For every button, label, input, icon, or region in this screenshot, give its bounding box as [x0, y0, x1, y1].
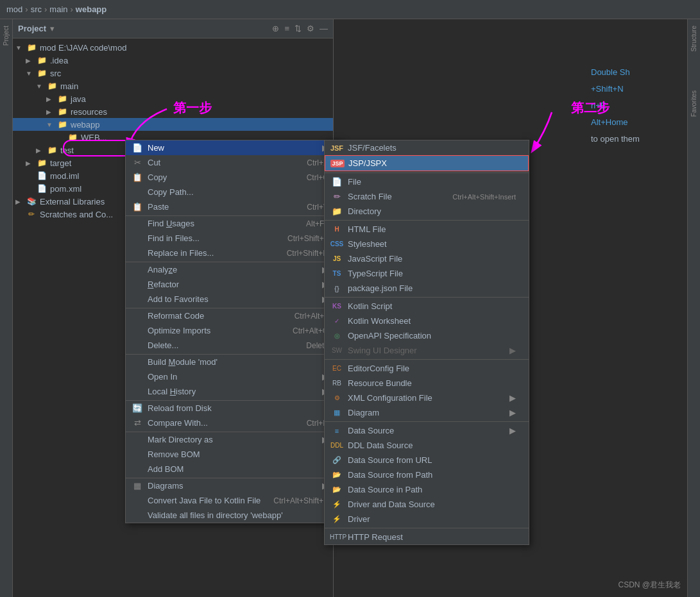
tree-label: java [71, 94, 86, 104]
cut-icon: ✂ [131, 158, 144, 167]
menu-item-build[interactable]: Build Module 'mod' [126, 354, 341, 369]
menu-item-compare[interactable]: ⇄ Compare With... Ctrl+D [126, 416, 341, 430]
breadcrumb-src[interactable]: src [31, 4, 42, 14]
css-icon: CSS [330, 240, 344, 248]
file-icon: 📄 [330, 177, 344, 187]
submenu-item-driver[interactable]: ⚡ Driver [325, 512, 529, 526]
submenu-item-dspath[interactable]: 📂 Data Source from Path [325, 467, 529, 482]
menu-item-paste[interactable]: 📋 Paste Ctrl+V [126, 199, 341, 214]
submenu-item-dir[interactable]: 📁 Directory [325, 204, 529, 219]
tree-file-icon: 📁 [56, 94, 68, 104]
menu-item-remove-bom[interactable]: Remove BOM [126, 447, 341, 462]
submenu-item-openapi[interactable]: ◎ OpenAPI Specification [325, 328, 529, 343]
new-icon: 📄 [131, 143, 144, 153]
submenu-item-dsinpath[interactable]: 📂 Data Source in Path [325, 482, 529, 497]
resource-bundle-icon: RB [330, 380, 344, 387]
menu-item-reformat[interactable]: Reformat Code Ctrl+Alt+L [126, 308, 341, 323]
submenu-item-diagram[interactable]: ▦ Diagram ▶ [325, 405, 529, 420]
tree-label: WEB... [81, 133, 107, 142]
tree-item[interactable]: ▶📁resources [13, 105, 333, 118]
tree-label: webapp [71, 120, 100, 130]
submenu-item-jsf[interactable]: JSF JSF/Facelets [325, 140, 529, 155]
menu-item-refactor[interactable]: Refactor ▶ [126, 277, 341, 292]
tree-file-icon: 📄 [36, 171, 47, 181]
menu-item-find-files[interactable]: Find in Files... Ctrl+Shift+F [126, 231, 341, 246]
submenu-item-dsurl[interactable]: 🔗 Data Source from URL [325, 453, 529, 467]
tree-item[interactable]: ▼📁mod E:\JAVA code\mod [13, 41, 333, 54]
tree-arrow: ▶ [46, 96, 56, 103]
menu-item-new[interactable]: 📄 New ▶ [126, 140, 341, 155]
tree-label: mod E:\JAVA code\mod [40, 43, 126, 53]
menu-item-copy-path[interactable]: Copy Path... [126, 185, 341, 199]
menu-item-find-usages[interactable]: Find Usages Alt+F7 [126, 215, 341, 231]
panel-dropdown-icon[interactable]: ▾ [50, 24, 55, 33]
submenu-item-http[interactable]: HTTP HTTP Request [325, 530, 529, 544]
menu-item-cut[interactable]: ✂ Cut Ctrl+X [126, 155, 341, 170]
settings-icon[interactable]: ⚙ [307, 24, 314, 33]
sidebar-item-project[interactable]: Project [3, 26, 10, 46]
paste-icon: 📋 [131, 202, 144, 212]
jsf-icon: JSF [330, 144, 344, 152]
tree-label: target [50, 158, 71, 168]
menu-item-replace[interactable]: Replace in Files... Ctrl+Shift+R [126, 246, 341, 260]
tree-item[interactable]: ▶📁java [13, 92, 333, 105]
tree-label: src [50, 69, 61, 78]
reload-icon: 🔄 [131, 403, 144, 413]
menu-item-add-bom[interactable]: Add BOM [126, 462, 341, 476]
tree-file-icon: 📁 [36, 158, 47, 168]
hint-line1: Double Sh [591, 64, 681, 81]
submenu-item-css[interactable]: CSS Stylesheet [325, 237, 529, 251]
swing-icon: SW [330, 347, 344, 354]
scratch-icon: ✏ [330, 192, 344, 201]
tree-item[interactable]: ▼📁webapp [13, 118, 333, 131]
tree-item[interactable]: ▼📁src [13, 67, 333, 80]
menu-item-analyze[interactable]: Analyze ▶ [126, 262, 341, 277]
menu-item-mark-dir[interactable]: Mark Directory as ▶ [126, 432, 341, 447]
sort-icon[interactable]: ⇅ [295, 24, 302, 33]
breadcrumb-main[interactable]: main [49, 4, 67, 14]
submenu-item-ddl[interactable]: DDL DDL Data Source [325, 438, 529, 453]
menu-item-validate[interactable]: Validate all files in directory 'webapp' [126, 508, 341, 523]
tree-file-icon: 📁 [56, 106, 68, 117]
submenu-item-swing[interactable]: SW Swing UI Designer ▶ [325, 343, 529, 358]
submenu-item-js[interactable]: JS JavaScript File [325, 251, 529, 266]
menu-item-copy[interactable]: 📋 Copy Ctrl+C [126, 170, 341, 185]
sidebar-favorites[interactable]: Favorites [690, 90, 697, 117]
menu-item-convert-kotlin[interactable]: Convert Java File to Kotlin File Ctrl+Al… [126, 493, 341, 508]
minimize-icon[interactable]: — [320, 24, 328, 33]
submenu-item-scratch[interactable]: ✏ Scratch File Ctrl+Alt+Shift+Insert [325, 189, 529, 204]
submenu-item-resource-bundle[interactable]: RB Resource Bundle [325, 376, 529, 391]
tree-item[interactable]: ▶📁.idea [13, 54, 333, 67]
tree-label: mod.iml [50, 171, 80, 181]
dsurl-icon: 🔗 [330, 456, 344, 464]
tree-file-icon: 📁 [46, 145, 58, 155]
submenu-item-xml-config[interactable]: ⚙ XML Configuration File ▶ [325, 391, 529, 405]
submenu-item-pkg[interactable]: {} package.json File [325, 281, 529, 296]
submenu-item-kotlin-worksheet[interactable]: ✓ Kotlin Worksheet [325, 314, 529, 328]
breadcrumb-webapp[interactable]: webapp [76, 4, 107, 14]
menu-item-optimize[interactable]: Optimize Imports Ctrl+Alt+O [126, 323, 341, 338]
submenu-item-kotlin-script[interactable]: KS Kotlin Script [325, 299, 529, 314]
sidebar-structure[interactable]: Structure [690, 26, 697, 52]
submenu-item-html[interactable]: H HTML File [325, 222, 529, 237]
submenu-item-data-source[interactable]: ≡ Data Source ▶ [325, 423, 529, 438]
menu-item-delete[interactable]: Delete... Delete [126, 338, 341, 353]
tree-file-icon: 📁 [36, 55, 47, 65]
submenu-item-ts[interactable]: TS TypeScript File [325, 266, 529, 281]
hint-line2: +Shift+N [591, 81, 681, 97]
menu-item-local-history[interactable]: Local History ▶ [126, 384, 341, 399]
submenu-item-editorconfig[interactable]: EC EditorConfig File [325, 361, 529, 376]
hint-line5: to open them [591, 131, 681, 147]
menu-item-open-in[interactable]: Open In ▶ [126, 369, 341, 384]
breadcrumb-mod[interactable]: mod [6, 4, 22, 14]
submenu-item-driver-datasource[interactable]: ⚡ Driver and Data Source [325, 497, 529, 512]
submenu-item-file[interactable]: 📄 File [325, 174, 529, 189]
menu-item-reload[interactable]: 🔄 Reload from Disk [126, 400, 341, 416]
ts-icon: TS [330, 270, 344, 277]
menu-item-favorites[interactable]: Add to Favorites ▶ [126, 292, 341, 307]
menu-item-diagrams[interactable]: ▦ Diagrams ▶ [126, 478, 341, 493]
submenu-item-jsp[interactable]: JSP JSP/JSPX [325, 155, 529, 171]
tree-item[interactable]: ▼📁main [13, 80, 333, 92]
collapse-icon[interactable]: ≡ [284, 24, 289, 33]
locate-icon[interactable]: ⊕ [272, 24, 279, 33]
